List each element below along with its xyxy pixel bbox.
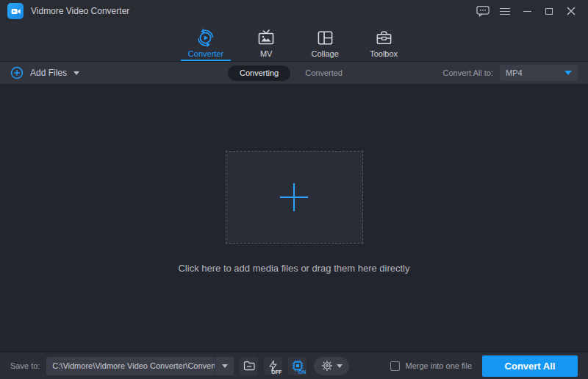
high-speed-state: OFF [271,369,282,375]
close-icon [567,7,576,15]
mv-icon [257,27,276,48]
save-path-field[interactable]: C:\Vidmore\Vidmore Video Converter\Conve… [46,357,234,375]
maximize-icon [545,8,553,15]
tab-mv[interactable]: MV [243,22,290,61]
convert-all-to-label: Convert All to: [443,68,493,77]
add-files-caret-icon [74,71,79,75]
merge-checkbox[interactable] [390,361,400,371]
output-format-select[interactable]: MP4 [500,65,578,81]
close-button[interactable] [562,2,581,20]
toolbox-icon [375,27,393,48]
titlebar-controls [470,2,581,20]
folder-icon [243,361,255,371]
converter-icon [196,27,215,48]
add-files-button[interactable]: Add Files [10,66,79,79]
tab-toolbox-label: Toolbox [370,49,398,58]
format-caret-icon [564,71,572,75]
converted-tab[interactable]: Converted [305,68,343,77]
window-title: Vidmore Video Converter [31,6,129,16]
maximize-button[interactable] [539,2,559,20]
tab-toolbox[interactable]: Toolbox [360,22,407,61]
add-files-label: Add Files [30,68,67,78]
main-nav-tabs: Converter MV Collage [0,22,588,61]
minimize-button[interactable] [517,2,537,20]
bottom-bar: Save to: C:\Vidmore\Vidmore Video Conver… [0,352,588,379]
feedback-button[interactable] [473,2,492,20]
hamburger-icon [500,8,510,15]
file-list-area: Click here to add media files or drag th… [0,84,588,352]
queue-tabs: Converting Converted [228,65,343,81]
save-to-label: Save to: [10,361,40,370]
title-bar: Vidmore Video Converter [0,0,588,22]
tab-converter-label: Converter [188,49,223,58]
gear-icon [321,360,333,372]
convert-all-button[interactable]: Convert All [482,355,578,377]
feedback-bubble-icon [476,5,490,17]
menu-button[interactable] [495,2,514,20]
merge-label: Merge into one file [406,361,473,370]
save-path-dropdown[interactable] [215,357,234,375]
settings-caret-icon [337,364,343,368]
gpu-state: ON [298,369,306,375]
save-path-value: C:\Vidmore\Vidmore Video Converter\Conve… [46,361,215,370]
high-speed-toggle[interactable]: OFF [264,357,282,375]
video-camera-icon [10,6,21,17]
tab-collage-label: Collage [311,49,338,58]
tab-converter[interactable]: Converter [181,22,231,61]
save-path-caret-icon [222,364,228,368]
add-circle-icon [10,66,24,79]
gpu-acceleration-toggle[interactable]: ON [288,357,306,375]
output-format-value: MP4 [506,68,564,77]
settings-button[interactable] [314,357,349,375]
converting-tab[interactable]: Converting [228,65,290,81]
minimize-icon [523,11,531,12]
merge-into-one-file-option[interactable]: Merge into one file [390,361,473,371]
tab-mv-label: MV [260,49,273,58]
app-logo-icon [7,3,24,19]
converter-toolbar: Add Files Converting Converted Convert A… [0,61,588,84]
dropzone-hint-text: Click here to add media files or drag th… [178,263,409,274]
open-folder-button[interactable] [240,357,258,375]
tab-collage[interactable]: Collage [301,22,348,61]
convert-all-to-group: Convert All to: MP4 [443,65,578,81]
collage-icon [316,27,334,48]
plus-icon [279,183,309,211]
add-media-dropzone[interactable] [226,151,363,244]
